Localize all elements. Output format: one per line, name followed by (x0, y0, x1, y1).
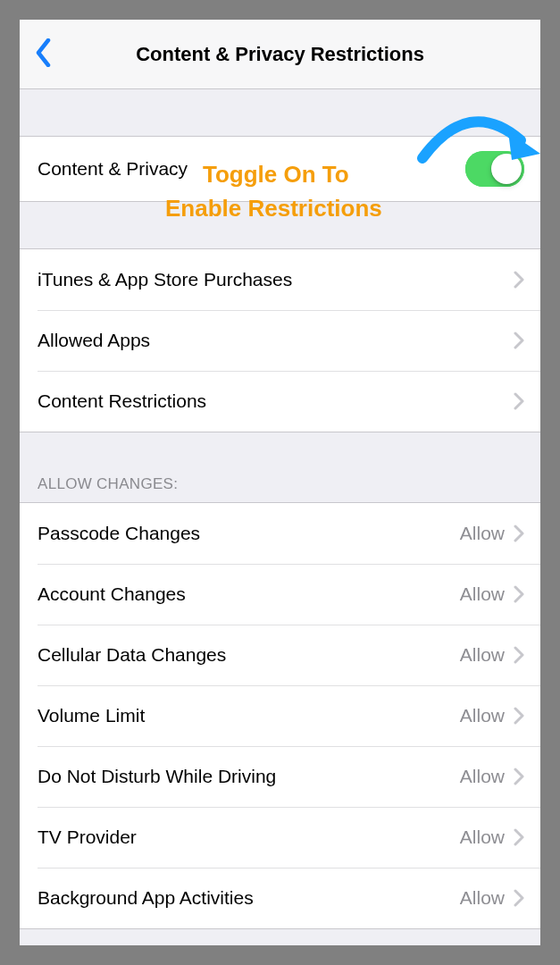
chevron-right-icon (514, 768, 524, 785)
row-detail: Allow (460, 644, 505, 666)
row-label: Allowed Apps (38, 330, 514, 351)
chevron-right-icon (514, 524, 524, 542)
nav-header: Content & Privacy Restrictions (20, 20, 540, 89)
toggle-knob (491, 154, 522, 184)
row-label: Content Restrictions (38, 390, 514, 412)
row-label: Do Not Disturb While Driving (38, 766, 460, 787)
chevron-right-icon (514, 331, 524, 349)
row-label: Cellular Data Changes (38, 644, 460, 666)
row-account-changes[interactable]: Account Changes Allow (20, 564, 540, 625)
chevron-right-icon (514, 585, 524, 603)
content-privacy-toggle[interactable] (465, 151, 524, 187)
settings-screen: Content & Privacy Restrictions Content &… (20, 20, 540, 945)
row-volume-limit[interactable]: Volume Limit Allow (20, 685, 540, 746)
section-header-allow-changes: ALLOW CHANGES: (20, 432, 540, 502)
row-label: Passcode Changes (38, 523, 460, 544)
chevron-right-icon (514, 828, 524, 846)
row-label: Background App Activities (38, 887, 460, 909)
row-detail: Allow (460, 705, 505, 726)
chevron-right-icon (514, 889, 524, 907)
content-privacy-toggle-row[interactable]: Content & Privacy (20, 137, 540, 201)
row-label: TV Provider (38, 827, 460, 848)
row-label: iTunes & App Store Purchases (38, 269, 514, 290)
row-detail: Allow (460, 523, 505, 544)
chevron-right-icon (514, 392, 524, 410)
chevron-right-icon (514, 646, 524, 664)
row-allowed-apps[interactable]: Allowed Apps (20, 310, 540, 371)
row-label: Account Changes (38, 583, 460, 605)
row-bg-app-activities[interactable]: Background App Activities Allow (20, 868, 540, 928)
row-tv-provider[interactable]: TV Provider Allow (20, 807, 540, 868)
row-detail: Allow (460, 583, 505, 605)
chevron-left-icon (36, 38, 52, 71)
row-passcode-changes[interactable]: Passcode Changes Allow (20, 503, 540, 564)
row-detail: Allow (460, 887, 505, 909)
content-privacy-label: Content & Privacy (38, 158, 465, 180)
chevron-right-icon (514, 707, 524, 725)
row-itunes-appstore[interactable]: iTunes & App Store Purchases (20, 249, 540, 310)
row-detail: Allow (460, 827, 505, 848)
row-dnd-while-driving[interactable]: Do Not Disturb While Driving Allow (20, 746, 540, 807)
chevron-right-icon (514, 271, 524, 289)
page-title: Content & Privacy Restrictions (20, 43, 540, 66)
row-cellular-data-changes[interactable]: Cellular Data Changes Allow (20, 625, 540, 685)
row-content-restrictions[interactable]: Content Restrictions (20, 371, 540, 432)
back-button[interactable] (20, 20, 68, 89)
row-detail: Allow (460, 766, 505, 787)
row-label: Volume Limit (38, 705, 460, 726)
